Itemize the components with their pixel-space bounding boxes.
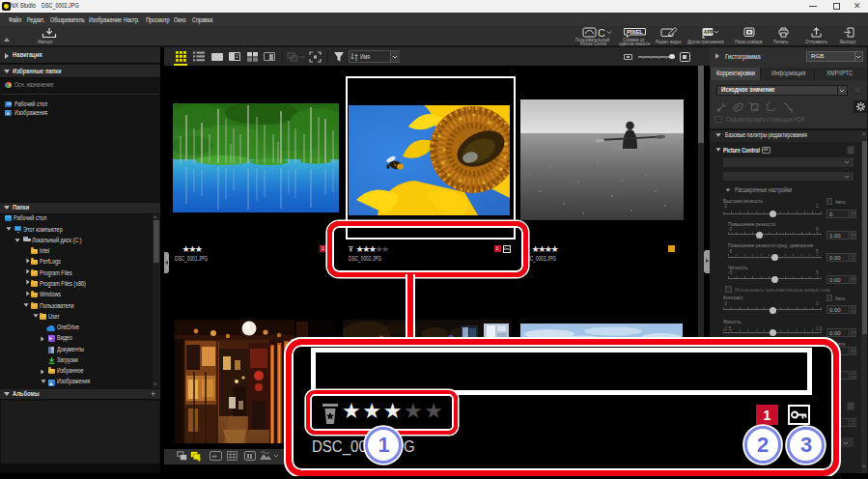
svg-text:APP: APP bbox=[704, 29, 714, 35]
svg-text:PIXEL: PIXEL bbox=[627, 29, 643, 35]
